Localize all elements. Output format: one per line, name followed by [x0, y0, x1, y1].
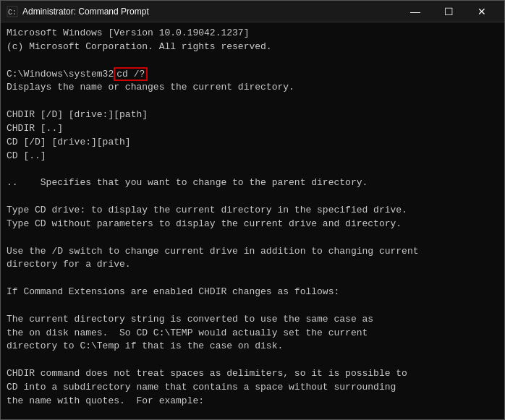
title-bar: C: Administrator: Command Prompt — ☐ ✕ [1, 1, 504, 22]
svg-text:C:: C: [8, 9, 17, 17]
console-line-2: (c) Microsoft Corporation. All rights re… [7, 40, 498, 54]
console-line-spec: .. Specifies that you want to change to … [7, 176, 498, 190]
console-line-info3: Use the /D switch to change current driv… [7, 245, 498, 259]
console-line-info6: The current directory string is converte… [7, 313, 498, 327]
close-button[interactable]: ✕ [465, 1, 498, 22]
console-line-info10: CD into a subdirectory name that contain… [7, 381, 498, 395]
console-area[interactable]: Microsoft Windows [Version 10.0.19042.12… [1, 22, 504, 419]
console-line-syn3: CD [/D] [drive:][path] [7, 136, 498, 150]
console-line-desc: Displays the name or changes the current… [7, 81, 498, 95]
prompt-prefix: C:\Windows\system32 [7, 69, 114, 80]
window-title: Administrator: Command Prompt [22, 7, 399, 17]
console-line-info2: Type CD without parameters to display th… [7, 218, 498, 231]
console-line-syn4: CD [..] [7, 150, 498, 163]
cmd-window: C: Administrator: Command Prompt — ☐ ✕ M… [0, 0, 505, 420]
console-line-info9: CHDIR command does not treat spaces as d… [7, 367, 498, 381]
console-line-syn2: CHDIR [..] [7, 122, 498, 136]
console-line-info5: If Command Extensions are enabled CHDIR … [7, 286, 498, 299]
console-line-info8: directory to C:\Temp if that is the case… [7, 340, 498, 353]
console-line-syn1: CHDIR [/D] [drive:][path] [7, 108, 498, 122]
console-line-1: Microsoft Windows [Version 10.0.19042.12… [7, 27, 498, 40]
window-controls: — ☐ ✕ [399, 1, 498, 22]
console-line-info1: Type CD drive: to display the current di… [7, 204, 498, 218]
console-line-cmd: C:\Windows\system32cd /? [7, 68, 498, 82]
minimize-button[interactable]: — [399, 1, 432, 22]
console-line-info7: the on disk names. So CD C:\TEMP would a… [7, 327, 498, 340]
console-line-info4: directory for a drive. [7, 258, 498, 272]
maximize-button[interactable]: ☐ [432, 1, 465, 22]
console-line-info11: the name with quotes. For example: [7, 395, 498, 408]
window-icon: C: [7, 6, 18, 17]
highlighted-command: cd /? [114, 67, 148, 81]
